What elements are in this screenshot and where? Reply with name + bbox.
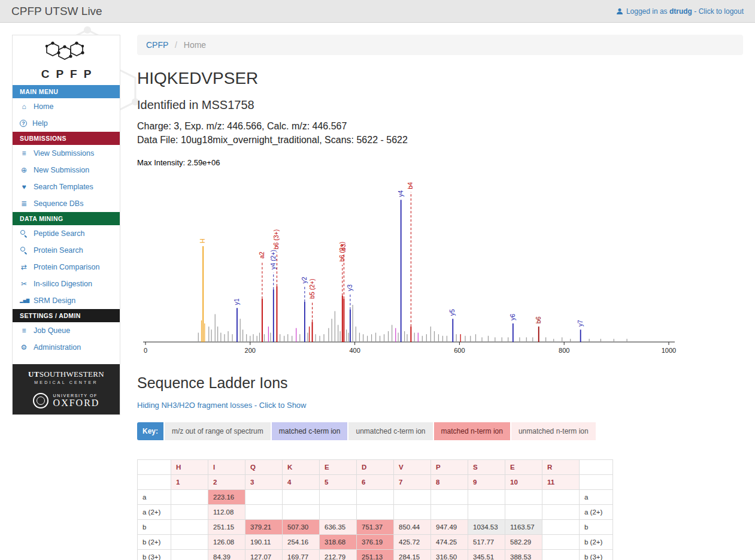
oxford-crest-icon	[33, 393, 48, 408]
ion-mz-cell: 316.50	[431, 550, 468, 560]
utsw-medical-center: MEDICAL CENTER	[17, 380, 115, 385]
key-item: matched n-term ion	[434, 422, 510, 440]
logged-in-prefix: Logged in as	[626, 7, 668, 16]
peak-label: b6	[535, 317, 542, 324]
sidebar-item-label: Job Queue	[34, 326, 70, 335]
ion-mz-cell: 126.08	[208, 535, 245, 550]
sidebar-item-search-templates[interactable]: ♥Search Templates	[13, 178, 120, 195]
empty-cell	[171, 505, 208, 520]
menu-section-header: DATA MINING	[13, 212, 120, 225]
empty-cell	[468, 505, 505, 520]
logout-link[interactable]: - Click to logout	[694, 7, 744, 16]
sidebar-item-srm-design[interactable]: ▂▅▇SRM Design	[13, 292, 120, 309]
page-layout: CPFP MAIN MENU⌂Home?HelpSUBMISSIONS≡View…	[0, 23, 755, 560]
sidebar-item-label: Administration	[34, 343, 81, 352]
row-label: b	[580, 520, 613, 535]
position-header: 8	[431, 475, 468, 490]
administration-icon: ⚙	[20, 343, 28, 352]
peak-label: y7	[577, 320, 584, 327]
fragment-losses-toggle[interactable]: Hiding NH3/H2O fragment losses - Click t…	[137, 401, 307, 410]
oxford-name: OXFORD	[53, 398, 100, 408]
empty-cell	[542, 535, 580, 550]
charge-line: Charge: 3, Exp. m/z: 446.566, Calc. m/z:…	[137, 120, 743, 134]
empty-cell	[542, 505, 580, 520]
sidebar-item-peptide-search[interactable]: Peptide Search	[13, 225, 120, 242]
peak-label: H	[199, 239, 206, 244]
menu-section-header: SUBMISSIONS	[13, 132, 120, 145]
search-templates-icon: ♥	[20, 183, 28, 191]
residue-header: I	[208, 460, 245, 475]
ion-mz-cell: 284.15	[394, 550, 431, 560]
empty-cell	[171, 490, 208, 505]
ladder-row: b (2+)126.08190.11254.16318.68376.19425.…	[138, 535, 613, 550]
utsw-southwestern: SOUTHWESTERN	[40, 370, 104, 379]
breadcrumb: CPFP / Home	[137, 35, 743, 55]
cpfp-logo-text: CPFP	[16, 68, 116, 81]
app-title: CPFP UTSW Live	[11, 5, 102, 18]
peak-label: y4 (2+)	[269, 250, 277, 270]
ion-mz-cell: 517.77	[468, 535, 505, 550]
view-submissions-icon: ≡	[20, 149, 28, 158]
sidebar-item-label: Protein Search	[34, 246, 83, 255]
peak-label: y4	[397, 190, 404, 197]
peak-label: y5	[448, 309, 456, 316]
peak-label: y1	[233, 298, 240, 305]
empty-cell	[542, 550, 580, 560]
empty-cell	[171, 520, 208, 535]
sidebar-item-administration[interactable]: ⚙Administration	[13, 339, 120, 356]
empty-cell	[394, 490, 431, 505]
job-queue-icon: ≡	[20, 326, 28, 335]
position-header: 9	[468, 475, 505, 490]
axis-tick-label: 400	[349, 347, 360, 354]
ion-mz-cell: 1163.57	[505, 520, 542, 535]
sidebar-item-new-submission[interactable]: ⊕New Submission	[13, 162, 120, 178]
position-header-row: 1234567891011	[138, 475, 613, 490]
cpfp-molecule-icon	[22, 40, 111, 68]
residue-header: E	[320, 460, 357, 475]
sidebar-item-home[interactable]: ⌂Home	[13, 98, 120, 115]
ion-mz-cell: 388.53	[505, 550, 542, 560]
identified-in: Identified in MSS1758	[137, 98, 743, 112]
peptide-title: HIQKEDVPSER	[137, 69, 743, 88]
key-item: m/z out of range of spectrum	[165, 422, 271, 440]
breadcrumb-link-cpfp[interactable]: CPFP	[146, 40, 168, 50]
login-status[interactable]: Logged in as dtrudg - Click to logout	[616, 7, 744, 16]
new-submission-icon: ⊕	[20, 166, 28, 174]
position-header: 3	[245, 475, 283, 490]
ion-mz-cell: 376.19	[357, 535, 394, 550]
sidebar-item-job-queue[interactable]: ≡Job Queue	[13, 322, 120, 339]
ion-mz-cell: 212.79	[320, 550, 357, 560]
srm-design-icon: ▂▅▇	[20, 298, 28, 303]
org-logos: UTSOUTHWESTERN MEDICAL CENTER UNIVERSITY…	[13, 364, 120, 414]
cpfp-logo[interactable]: CPFP	[13, 35, 120, 85]
position-header: 4	[283, 475, 320, 490]
sidebar-item-help[interactable]: ?Help	[13, 115, 120, 132]
residue-header: R	[542, 460, 580, 475]
breadcrumb-separator: /	[175, 40, 177, 50]
sidebar-item-in-silico-digestion[interactable]: ✂In-silico Digestion	[13, 276, 120, 292]
row-label: a	[580, 490, 613, 505]
empty-cell	[171, 535, 208, 550]
ion-mz-cell: 345.51	[468, 550, 505, 560]
position-header: 7	[394, 475, 431, 490]
sidebar-item-view-submissions[interactable]: ≡View Submissions	[13, 145, 120, 162]
residue-header: E	[505, 460, 542, 475]
corner-cell	[138, 460, 171, 475]
position-header: 2	[208, 475, 245, 490]
peak-label: b3	[339, 244, 347, 252]
sidebar-item-sequence-dbs[interactable]: ≣Sequence DBs	[13, 195, 120, 212]
empty-cell	[468, 490, 505, 505]
oxford-text: UNIVERSITY OF OXFORD	[53, 393, 100, 408]
row-label: a	[138, 490, 171, 505]
sidebar-item-protein-search[interactable]: Protein Search	[13, 242, 120, 259]
position-header: 1	[171, 475, 208, 490]
ion-mz-cell: 1034.53	[468, 520, 505, 535]
empty-cell	[245, 490, 283, 505]
peak-label: b5 (2+)	[308, 279, 316, 299]
ion-mz-cell: 474.25	[431, 535, 468, 550]
datafile-line: Data File: 10ug18mix_overnight_tradition…	[137, 134, 743, 147]
sidebar-item-protein-comparison[interactable]: ⇄Protein Comparison	[13, 259, 120, 276]
ladder-row: b (3+)84.39127.07169.77212.79251.13284.1…	[138, 550, 613, 560]
topbar: CPFP UTSW Live Logged in as dtrudg - Cli…	[0, 0, 755, 23]
sequence-ladder-table: HIQKEDVPSER1234567891011a223.16aa (2+)11…	[137, 459, 613, 560]
